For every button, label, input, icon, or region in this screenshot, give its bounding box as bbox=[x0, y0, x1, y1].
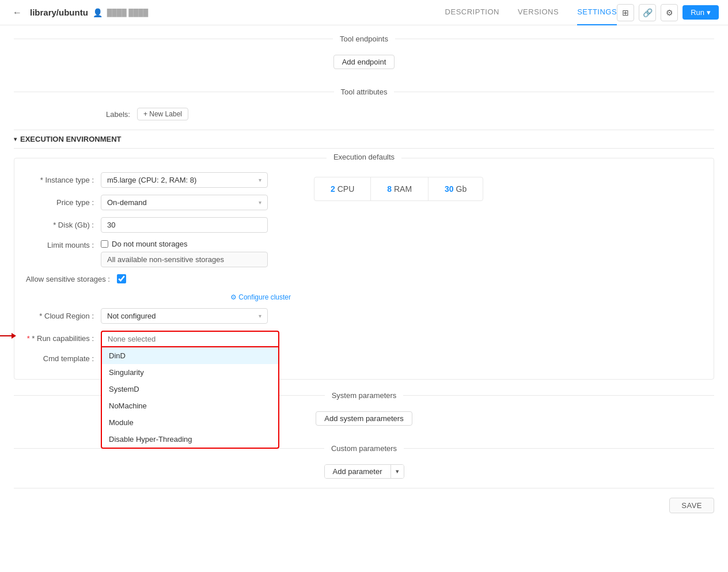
cloud-region-value: Not configured bbox=[107, 312, 156, 320]
run-capabilities-dropdown[interactable]: DinD Singularity SystemD NoMachine Modul… bbox=[101, 331, 279, 347]
execution-defaults-box: Execution defaults * Instance type : m5.… bbox=[14, 158, 714, 380]
price-type-value: On-demand bbox=[107, 198, 147, 207]
system-params-title: System parameters bbox=[325, 391, 404, 400]
header-right: ⊞ 🔗 ⚙ Run ▾ bbox=[617, 4, 719, 21]
run-cap-item-singularity[interactable]: Singularity bbox=[102, 364, 278, 381]
execution-environment-header[interactable]: ▾ EXECUTION ENVIRONMENT bbox=[14, 130, 714, 149]
limit-mounts-label: Limit mounts : bbox=[26, 240, 101, 249]
header-left: ← library/ubuntu 👤 ████ ████ bbox=[9, 6, 445, 19]
tool-attributes-section: Labels: + New Label bbox=[14, 103, 714, 130]
run-label: Run bbox=[691, 8, 704, 17]
disk-row: * Disk (Gb) : 30 bbox=[26, 217, 291, 233]
instance-type-select[interactable]: m5.large (CPU: 2, RAM: 8) ▾ bbox=[101, 172, 268, 188]
cpu-label: CPU bbox=[338, 184, 355, 194]
run-chevron: ▾ bbox=[707, 8, 711, 17]
save-section: SAVE bbox=[14, 488, 714, 522]
run-cap-item-dind[interactable]: DinD bbox=[102, 347, 278, 364]
ram-value: 8 bbox=[387, 184, 392, 194]
header: ← library/ubuntu 👤 ████ ████ DESCRIPTION… bbox=[0, 0, 728, 25]
add-parameter-button[interactable]: Add parameter bbox=[325, 465, 390, 478]
tool-attributes-divider: Tool attributes bbox=[14, 88, 714, 96]
exec-defaults-inner: * Instance type : m5.large (CPU: 2, RAM:… bbox=[26, 168, 702, 370]
grid-view-button[interactable]: ⊞ bbox=[617, 4, 634, 21]
custom-params-section: Add parameter ▾ bbox=[14, 460, 714, 488]
nav-settings[interactable]: SETTINGS bbox=[577, 0, 617, 25]
limit-mounts-checkbox[interactable] bbox=[101, 240, 108, 248]
disk-stat: 30 Gb bbox=[429, 177, 483, 200]
tool-endpoints-section: Add endpoint bbox=[14, 50, 714, 78]
link-button[interactable]: 🔗 bbox=[639, 4, 656, 21]
run-cap-item-nomachine[interactable]: NoMachine bbox=[102, 397, 278, 414]
disk-label: * Disk (Gb) : bbox=[26, 221, 101, 229]
configure-cluster-link[interactable]: ⚙ Configure cluster bbox=[230, 293, 291, 301]
sensitive-storages-row: Allow sensitive storages : bbox=[26, 274, 291, 283]
run-cap-item-systemd[interactable]: SystemD bbox=[102, 381, 278, 397]
user-icon: 👤 bbox=[93, 8, 103, 17]
instance-type-chevron: ▾ bbox=[259, 177, 261, 183]
save-button[interactable]: SAVE bbox=[669, 498, 714, 513]
page-title: library/ubuntu bbox=[30, 7, 88, 17]
limit-mounts-controls: Do not mount storages All available non-… bbox=[101, 240, 268, 267]
run-capabilities-list: DinD Singularity SystemD NoMachine Modul… bbox=[101, 347, 279, 449]
run-capabilities-input[interactable] bbox=[101, 331, 279, 347]
tool-endpoints-title: Tool endpoints bbox=[333, 35, 395, 43]
run-capabilities-row: * * Run capabilities : DinD Singularity … bbox=[26, 331, 291, 347]
custom-params-title: Custom parameters bbox=[324, 444, 404, 453]
user-label: ████ ████ bbox=[107, 9, 148, 17]
ram-label: RAM bbox=[394, 184, 412, 194]
back-button[interactable]: ← bbox=[9, 6, 25, 19]
header-nav: DESCRIPTION VERSIONS SETTINGS bbox=[445, 0, 617, 25]
nav-versions[interactable]: VERSIONS bbox=[518, 0, 559, 25]
run-button[interactable]: Run ▾ bbox=[682, 5, 719, 20]
labels-label: Labels: bbox=[106, 110, 130, 119]
sensitive-checkbox[interactable] bbox=[117, 274, 126, 283]
price-type-chevron: ▾ bbox=[259, 199, 261, 206]
cpu-value: 2 bbox=[331, 184, 335, 194]
disk-stat-label: Gb bbox=[456, 184, 467, 194]
exec-form: * Instance type : m5.large (CPU: 2, RAM:… bbox=[26, 172, 291, 370]
new-label-button[interactable]: + New Label bbox=[137, 108, 188, 120]
cloud-region-chevron: ▾ bbox=[259, 313, 261, 319]
run-capabilities-label: * * Run capabilities : bbox=[26, 331, 101, 343]
run-cap-item-module[interactable]: Module bbox=[102, 414, 278, 431]
disk-input[interactable]: 30 bbox=[101, 217, 268, 233]
run-cap-item-hyperthreading[interactable]: Disable Hyper-Threading bbox=[102, 431, 278, 448]
arrow-head bbox=[12, 333, 16, 339]
arrow-body bbox=[0, 335, 12, 336]
instance-type-row: * Instance type : m5.large (CPU: 2, RAM:… bbox=[26, 172, 291, 188]
exec-env-label: EXECUTION ENVIRONMENT bbox=[20, 135, 122, 143]
cpu-stat: 2 CPU bbox=[314, 177, 371, 200]
settings-button[interactable]: ⚙ bbox=[661, 4, 678, 21]
configure-cluster-row: ⚙ Configure cluster bbox=[26, 293, 291, 301]
execution-defaults-title: Execution defaults bbox=[327, 153, 401, 161]
sensitive-label: Allow sensitive storages : bbox=[26, 275, 117, 283]
ram-stat: 8 RAM bbox=[371, 177, 429, 200]
storage-display: All available non-sensitive storages bbox=[101, 252, 268, 267]
exec-stats: 2 CPU 8 RAM 30 Gb bbox=[314, 172, 702, 370]
gear-icon-sm: ⚙ bbox=[230, 293, 237, 301]
price-type-label: Price type : bbox=[26, 198, 101, 207]
add-system-parameters-button[interactable]: Add system parameters bbox=[316, 411, 412, 426]
limit-mounts-row: Limit mounts : Do not mount storages All… bbox=[26, 240, 291, 267]
price-type-row: Price type : On-demand ▾ bbox=[26, 195, 291, 210]
cloud-region-label: * Cloud Region : bbox=[26, 312, 101, 320]
arrow-indicator bbox=[0, 333, 16, 339]
disk-stat-value: 30 bbox=[445, 184, 454, 194]
instance-type-value: m5.large (CPU: 2, RAM: 8) bbox=[107, 176, 196, 184]
content: Tool endpoints Add endpoint Tool attribu… bbox=[0, 35, 728, 546]
add-parameter-arrow[interactable]: ▾ bbox=[391, 465, 404, 478]
cloud-region-select[interactable]: Not configured ▾ bbox=[101, 308, 268, 324]
tool-attributes-title: Tool attributes bbox=[334, 88, 395, 96]
add-endpoint-button[interactable]: Add endpoint bbox=[333, 55, 395, 69]
cmd-template-label: Cmd template : bbox=[26, 354, 101, 363]
instance-type-label: * Instance type : bbox=[26, 176, 101, 184]
tool-endpoints-divider: Tool endpoints bbox=[14, 35, 714, 43]
cloud-region-row: * Cloud Region : Not configured ▾ bbox=[26, 308, 291, 324]
limit-mounts-text: Do not mount storages bbox=[112, 240, 188, 248]
stats-box: 2 CPU 8 RAM 30 Gb bbox=[314, 177, 483, 201]
price-type-select[interactable]: On-demand ▾ bbox=[101, 195, 268, 210]
nav-description[interactable]: DESCRIPTION bbox=[445, 0, 499, 25]
limit-mounts-checkbox-row: Do not mount storages bbox=[101, 240, 268, 248]
exec-env-chevron: ▾ bbox=[14, 136, 17, 142]
add-parameter-group: Add parameter ▾ bbox=[324, 464, 404, 479]
